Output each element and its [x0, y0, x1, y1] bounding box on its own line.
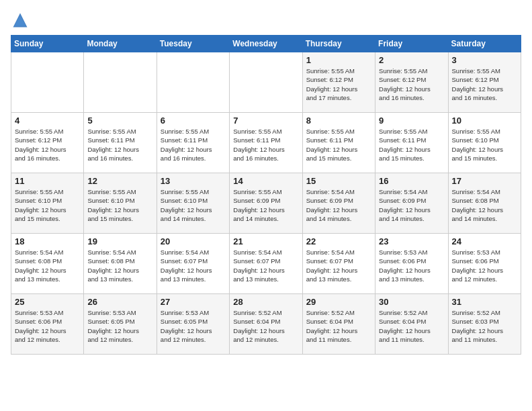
day-info: Sunrise: 5:55 AM Sunset: 6:12 PM Dayligh…	[15, 127, 80, 163]
calendar-cell	[230, 52, 302, 113]
day-info: Sunrise: 5:55 AM Sunset: 6:11 PM Dayligh…	[233, 127, 298, 163]
calendar-cell: 23Sunrise: 5:53 AM Sunset: 6:06 PM Dayli…	[375, 234, 448, 294]
day-info: Sunrise: 5:53 AM Sunset: 6:06 PM Dayligh…	[452, 248, 517, 283]
day-info: Sunrise: 5:54 AM Sunset: 6:08 PM Dayligh…	[87, 248, 152, 283]
day-number: 8	[306, 116, 371, 126]
calendar-cell: 21Sunrise: 5:54 AM Sunset: 6:07 PM Dayli…	[230, 234, 302, 294]
day-number: 2	[379, 55, 444, 65]
day-info: Sunrise: 5:55 AM Sunset: 6:11 PM Dayligh…	[87, 127, 152, 163]
day-info: Sunrise: 5:55 AM Sunset: 6:11 PM Dayligh…	[161, 127, 226, 163]
weekday-header-sunday: Sunday	[11, 36, 84, 52]
weekday-header-wednesday: Wednesday	[230, 36, 302, 52]
day-number: 31	[452, 297, 517, 307]
svg-marker-1	[14, 15, 26, 26]
calendar-cell: 14Sunrise: 5:55 AM Sunset: 6:09 PM Dayli…	[230, 173, 302, 234]
day-info: Sunrise: 5:54 AM Sunset: 6:08 PM Dayligh…	[15, 248, 80, 283]
day-number: 4	[15, 116, 80, 126]
day-info: Sunrise: 5:55 AM Sunset: 6:12 PM Dayligh…	[452, 66, 517, 102]
day-number: 23	[379, 236, 444, 246]
day-info: Sunrise: 5:55 AM Sunset: 6:10 PM Dayligh…	[452, 127, 517, 163]
day-number: 26	[87, 297, 152, 307]
calendar-cell: 17Sunrise: 5:54 AM Sunset: 6:08 PM Dayli…	[448, 173, 521, 234]
day-info: Sunrise: 5:55 AM Sunset: 6:09 PM Dayligh…	[233, 187, 298, 223]
calendar-cell: 18Sunrise: 5:54 AM Sunset: 6:08 PM Dayli…	[11, 234, 84, 294]
day-number: 17	[452, 176, 517, 186]
calendar-week-1: 1Sunrise: 5:55 AM Sunset: 6:12 PM Daylig…	[11, 52, 521, 113]
calendar-cell	[157, 52, 229, 113]
calendar-cell: 12Sunrise: 5:55 AM Sunset: 6:10 PM Dayli…	[84, 173, 157, 234]
day-info: Sunrise: 5:55 AM Sunset: 6:10 PM Dayligh…	[15, 187, 80, 223]
day-number: 11	[15, 176, 80, 186]
logo	[11, 11, 32, 30]
day-info: Sunrise: 5:53 AM Sunset: 6:05 PM Dayligh…	[161, 308, 226, 344]
day-number: 7	[233, 116, 298, 126]
day-number: 1	[306, 55, 371, 65]
weekday-header-saturday: Saturday	[448, 36, 521, 52]
day-info: Sunrise: 5:53 AM Sunset: 6:06 PM Dayligh…	[15, 308, 80, 344]
day-number: 21	[233, 236, 298, 246]
calendar-week-4: 18Sunrise: 5:54 AM Sunset: 6:08 PM Dayli…	[11, 234, 521, 294]
day-info: Sunrise: 5:55 AM Sunset: 6:11 PM Dayligh…	[306, 127, 371, 163]
day-info: Sunrise: 5:54 AM Sunset: 6:07 PM Dayligh…	[233, 248, 298, 283]
calendar-cell: 31Sunrise: 5:52 AM Sunset: 6:03 PM Dayli…	[448, 294, 521, 355]
day-info: Sunrise: 5:54 AM Sunset: 6:09 PM Dayligh…	[379, 187, 444, 223]
calendar-cell: 1Sunrise: 5:55 AM Sunset: 6:12 PM Daylig…	[302, 52, 375, 113]
day-number: 3	[452, 55, 517, 65]
calendar-cell: 13Sunrise: 5:55 AM Sunset: 6:10 PM Dayli…	[157, 173, 229, 234]
day-info: Sunrise: 5:55 AM Sunset: 6:10 PM Dayligh…	[87, 187, 152, 223]
day-number: 20	[161, 236, 226, 246]
day-number: 22	[306, 236, 371, 246]
day-info: Sunrise: 5:54 AM Sunset: 6:07 PM Dayligh…	[161, 248, 226, 283]
calendar-cell: 9Sunrise: 5:55 AM Sunset: 6:11 PM Daylig…	[375, 113, 448, 173]
calendar-cell: 20Sunrise: 5:54 AM Sunset: 6:07 PM Dayli…	[157, 234, 229, 294]
calendar-table: SundayMondayTuesdayWednesdayThursdayFrid…	[11, 35, 521, 355]
calendar-cell: 22Sunrise: 5:54 AM Sunset: 6:07 PM Dayli…	[302, 234, 375, 294]
day-number: 13	[161, 176, 226, 186]
calendar-cell: 2Sunrise: 5:55 AM Sunset: 6:12 PM Daylig…	[375, 52, 448, 113]
calendar-cell: 25Sunrise: 5:53 AM Sunset: 6:06 PM Dayli…	[11, 294, 84, 355]
calendar-week-3: 11Sunrise: 5:55 AM Sunset: 6:10 PM Dayli…	[11, 173, 521, 234]
calendar-cell: 5Sunrise: 5:55 AM Sunset: 6:11 PM Daylig…	[84, 113, 157, 173]
day-number: 5	[87, 116, 152, 126]
calendar-cell	[11, 52, 84, 113]
calendar-cell: 6Sunrise: 5:55 AM Sunset: 6:11 PM Daylig…	[157, 113, 229, 173]
day-number: 25	[15, 297, 80, 307]
day-number: 30	[379, 297, 444, 307]
logo-icon	[11, 11, 30, 30]
day-number: 9	[379, 116, 444, 126]
calendar-cell: 30Sunrise: 5:52 AM Sunset: 6:04 PM Dayli…	[375, 294, 448, 355]
calendar-week-2: 4Sunrise: 5:55 AM Sunset: 6:12 PM Daylig…	[11, 113, 521, 173]
weekday-header-friday: Friday	[375, 36, 448, 52]
day-info: Sunrise: 5:55 AM Sunset: 6:12 PM Dayligh…	[379, 66, 444, 102]
day-number: 12	[87, 176, 152, 186]
day-info: Sunrise: 5:52 AM Sunset: 6:04 PM Dayligh…	[233, 308, 298, 344]
calendar-cell: 4Sunrise: 5:55 AM Sunset: 6:12 PM Daylig…	[11, 113, 84, 173]
calendar-cell: 8Sunrise: 5:55 AM Sunset: 6:11 PM Daylig…	[302, 113, 375, 173]
weekday-header-row: SundayMondayTuesdayWednesdayThursdayFrid…	[11, 36, 521, 52]
day-info: Sunrise: 5:53 AM Sunset: 6:05 PM Dayligh…	[87, 308, 152, 344]
weekday-header-tuesday: Tuesday	[157, 36, 229, 52]
day-info: Sunrise: 5:55 AM Sunset: 6:11 PM Dayligh…	[379, 127, 444, 163]
page-header	[11, 11, 521, 30]
day-number: 29	[306, 297, 371, 307]
calendar-cell: 7Sunrise: 5:55 AM Sunset: 6:11 PM Daylig…	[230, 113, 302, 173]
calendar-cell: 15Sunrise: 5:54 AM Sunset: 6:09 PM Dayli…	[302, 173, 375, 234]
calendar-cell: 19Sunrise: 5:54 AM Sunset: 6:08 PM Dayli…	[84, 234, 157, 294]
day-info: Sunrise: 5:54 AM Sunset: 6:07 PM Dayligh…	[306, 248, 371, 283]
calendar-cell: 10Sunrise: 5:55 AM Sunset: 6:10 PM Dayli…	[448, 113, 521, 173]
day-number: 27	[161, 297, 226, 307]
day-info: Sunrise: 5:53 AM Sunset: 6:06 PM Dayligh…	[379, 248, 444, 283]
calendar-cell: 26Sunrise: 5:53 AM Sunset: 6:05 PM Dayli…	[84, 294, 157, 355]
day-info: Sunrise: 5:54 AM Sunset: 6:08 PM Dayligh…	[452, 187, 517, 223]
calendar-cell: 29Sunrise: 5:52 AM Sunset: 6:04 PM Dayli…	[302, 294, 375, 355]
calendar-cell: 16Sunrise: 5:54 AM Sunset: 6:09 PM Dayli…	[375, 173, 448, 234]
day-info: Sunrise: 5:52 AM Sunset: 6:03 PM Dayligh…	[452, 308, 517, 344]
calendar-cell: 3Sunrise: 5:55 AM Sunset: 6:12 PM Daylig…	[448, 52, 521, 113]
day-info: Sunrise: 5:52 AM Sunset: 6:04 PM Dayligh…	[379, 308, 444, 344]
calendar-body: 1Sunrise: 5:55 AM Sunset: 6:12 PM Daylig…	[11, 52, 521, 355]
day-number: 24	[452, 236, 517, 246]
day-number: 6	[161, 116, 226, 126]
day-number: 10	[452, 116, 517, 126]
calendar-cell	[84, 52, 157, 113]
day-info: Sunrise: 5:52 AM Sunset: 6:04 PM Dayligh…	[306, 308, 371, 344]
